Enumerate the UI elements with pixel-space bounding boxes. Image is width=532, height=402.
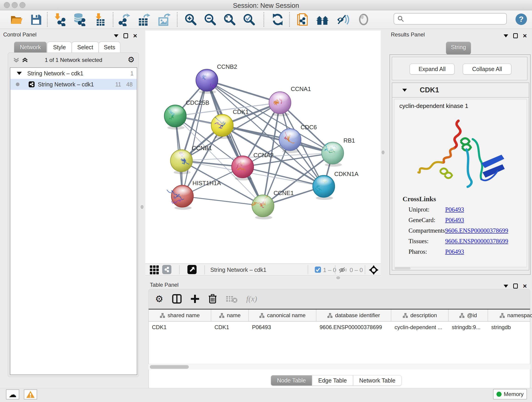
network-collection-row[interactable]: String Network – cdk1 1	[10, 68, 137, 79]
hide-unhide-icon[interactable]	[336, 13, 350, 26]
selected-nodes-checkbox[interactable]	[315, 267, 321, 273]
tab-node-table[interactable]: Node Table	[271, 375, 312, 386]
crosslink-link[interactable]: P06493	[445, 248, 464, 259]
grid-view-icon[interactable]	[150, 265, 159, 274]
crosslink-link[interactable]: 9606.ENSP00000378699	[445, 227, 508, 238]
table-cell[interactable]: CDK1	[211, 322, 249, 333]
network-node-rb1[interactable]: RB1	[322, 137, 355, 167]
string-home-icon[interactable]	[316, 13, 329, 26]
network-canvas[interactable]: CCNB2CCNA1CDC25BCDK1CDC6RB1CCNB1CCNA2CDK…	[145, 31, 381, 263]
import-network-icon[interactable]	[53, 13, 67, 26]
column-header-id[interactable]: @id	[449, 310, 488, 321]
toolbar-separator	[177, 12, 177, 27]
table-hscrollbar[interactable]	[148, 364, 530, 370]
save-session-icon[interactable]	[29, 13, 43, 26]
function-builder-icon[interactable]: f(x)	[246, 294, 257, 303]
table-cell[interactable]: CDK1	[149, 322, 211, 333]
tab-network-table[interactable]: Network Table	[353, 375, 402, 386]
network-type-badge-icon[interactable]	[162, 265, 171, 274]
crosslink-link[interactable]: P06493	[445, 206, 464, 217]
tab-network[interactable]: Network	[14, 42, 47, 53]
left-splitter-handle[interactable]	[141, 205, 143, 209]
collection-expand-icon[interactable]	[17, 72, 22, 75]
publication-share-icon[interactable]	[296, 13, 310, 26]
table-cell[interactable]: stringdb:9...	[449, 322, 488, 333]
add-column-icon[interactable]	[190, 294, 200, 303]
table-cell[interactable]: stringdb	[488, 322, 532, 333]
crosslink-link[interactable]: P06493	[445, 217, 464, 227]
tab-style[interactable]: Style	[47, 42, 72, 53]
string-network-graph[interactable]: CCNB2CCNA1CDC25BCDK1CDC6RB1CCNB1CCNA2CDK…	[145, 31, 381, 263]
export-network-icon[interactable]	[118, 13, 131, 26]
results-panel-menu-icon[interactable]	[504, 34, 508, 37]
column-header-namespace[interactable]: namespace	[488, 310, 532, 321]
delete-column-icon[interactable]	[208, 294, 217, 304]
table-panel-menu-icon[interactable]	[504, 285, 508, 288]
table-cell[interactable]: P06493	[249, 322, 317, 333]
card-scrollbar-thumb[interactable]	[394, 267, 411, 269]
table-panel-close-icon[interactable]: ×	[523, 284, 527, 288]
network-edge[interactable]	[182, 196, 263, 206]
column-header-name[interactable]: name	[211, 310, 249, 321]
network-options-gear-icon[interactable]: ⚙	[128, 55, 134, 64]
protein-collapse-icon[interactable]	[402, 89, 407, 92]
protein-card-header[interactable]: CDK1	[392, 83, 529, 98]
delete-table-icon[interactable]	[226, 295, 238, 303]
table-cell[interactable]: cyclin-dependent ...	[391, 322, 449, 333]
results-panel-float-icon[interactable]	[513, 33, 518, 38]
network-node-cdc6[interactable]: CDC6	[279, 124, 317, 153]
table-hscrollbar-thumb[interactable]	[150, 365, 189, 369]
open-session-icon[interactable]	[10, 13, 23, 26]
collapse-all-button[interactable]: Collapse All	[463, 64, 511, 75]
column-header-databaseidentifier[interactable]: database identifier	[317, 310, 391, 321]
column-header-description[interactable]: description	[391, 310, 449, 321]
zoom-in-icon[interactable]	[184, 13, 197, 26]
warnings-button[interactable]	[24, 389, 37, 400]
expand-all-button[interactable]: Expand All	[410, 64, 455, 75]
table-cell[interactable]: 9606.ENSP00000378699	[317, 322, 391, 333]
network-node-count: 11	[115, 81, 121, 88]
results-panel-close-icon[interactable]: ×	[523, 33, 527, 38]
column-header-canonicalname[interactable]: canonical name	[249, 310, 317, 321]
birds-eye-toggle-icon[interactable]	[369, 265, 379, 275]
zoom-selected-icon[interactable]	[242, 13, 256, 26]
column-header-sharedname[interactable]: shared name	[149, 310, 211, 321]
network-node-cdkn1a[interactable]: CDKN1A	[313, 171, 359, 200]
show-graphics-icon[interactable]	[357, 13, 370, 26]
tab-select[interactable]: Select	[72, 42, 99, 53]
network-node-cdk1[interactable]: CDK1	[211, 108, 249, 139]
tab-sets[interactable]: Sets	[99, 42, 120, 53]
crosslink-link[interactable]: 9606.ENSP00000378699	[445, 238, 508, 248]
network-node-hist1h1a[interactable]: HIST1H1A	[167, 180, 221, 210]
memory-button[interactable]: Memory	[493, 389, 527, 400]
network-row[interactable]: String Network – cdk1 11 48	[10, 79, 137, 90]
control-panel-close-icon[interactable]: ×	[133, 33, 137, 38]
import-database-icon[interactable]	[73, 13, 86, 26]
tab-edge-table[interactable]: Edge Table	[312, 375, 353, 386]
network-edge[interactable]	[207, 80, 263, 206]
import-table-icon[interactable]	[94, 13, 107, 26]
bar-divider	[308, 265, 308, 274]
control-panel-float-icon[interactable]	[123, 33, 128, 38]
open-in-new-window-icon[interactable]	[187, 265, 196, 274]
search-input[interactable]	[404, 16, 503, 22]
column-type-icon	[219, 313, 225, 318]
search-box[interactable]	[394, 13, 507, 25]
zoom-fit-icon[interactable]	[223, 13, 236, 26]
table-options-gear-icon[interactable]: ⚙	[155, 294, 163, 304]
export-table-icon[interactable]	[138, 13, 151, 26]
network-edge[interactable]	[182, 80, 207, 196]
cloud-button[interactable]: ☁	[6, 389, 19, 400]
refresh-icon[interactable]	[271, 13, 284, 26]
export-image-icon[interactable]	[158, 13, 171, 26]
zoom-out-icon[interactable]	[203, 13, 217, 26]
right-splitter-handle[interactable]	[382, 151, 385, 154]
network-edge[interactable]	[207, 80, 280, 103]
table-panel-float-icon[interactable]	[513, 283, 518, 288]
hidden-elements-icon[interactable]	[339, 267, 347, 274]
tab-string[interactable]: String	[446, 42, 471, 55]
help-icon[interactable]: ?	[515, 13, 527, 25]
control-panel-menu-icon[interactable]	[114, 34, 119, 37]
show-columns-icon[interactable]	[172, 294, 182, 304]
table-row[interactable]: CDK1CDK1P064939606.ENSP00000378699cyclin…	[149, 322, 530, 333]
